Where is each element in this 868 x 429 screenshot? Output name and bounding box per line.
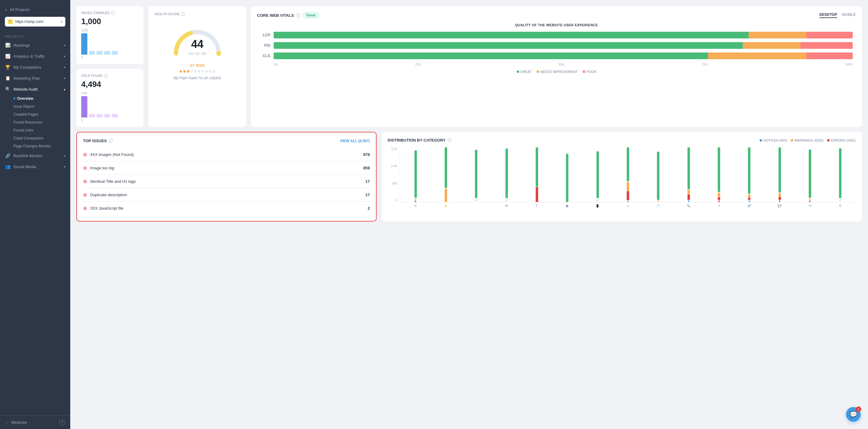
yellow-bar (778, 193, 781, 197)
x-axis: 0%25%50%75%100% (274, 63, 853, 66)
sub-nav-crawled-pages[interactable]: Crawled Pages (13, 110, 70, 119)
chevron-icon: ▾ (64, 154, 65, 158)
sub-nav-issue-report[interactable]: Issue Report (13, 102, 70, 110)
social-icon: 👥 (5, 164, 10, 169)
red-bar (778, 197, 781, 200)
red-bar (748, 198, 750, 200)
dist-col-1 (401, 147, 430, 202)
cwv-legend: GREAT NEEDS IMPROVEMENT POOR (260, 70, 853, 73)
warnings-legend: WARNINGS (4283) (791, 138, 824, 142)
issues-title: TOP ISSUES i (83, 138, 113, 143)
pages-crawled-card: PAGES CRAWLED i 1,000 1200 0 (76, 6, 144, 64)
bottom-row: TOP ISSUES i VIEW ALL (6,567) ⊗ 4XX imag… (76, 132, 862, 222)
blue-dot (688, 200, 689, 202)
project-selector[interactable]: ✏️ https://ramp.com/ ▾ (5, 17, 65, 27)
sub-nav-found-resources[interactable]: Found Resources (13, 119, 70, 126)
rankings-label: Rankings (13, 43, 30, 47)
help-button[interactable]: ? (59, 419, 65, 425)
chat-button[interactable]: 💬 1 (846, 407, 861, 422)
lcp-label: LCP: (260, 33, 271, 37)
better-than-text: BETTER THAN 7% OF USERS (174, 76, 221, 80)
sub-nav-page-changes[interactable]: Page Changes Monitor (13, 142, 70, 150)
green-bar (839, 148, 841, 198)
issues-info-icon[interactable]: i (109, 139, 113, 143)
green-bar (475, 150, 477, 198)
gauge-container: 44 OUT OF 100 (170, 20, 225, 60)
found-resources-label: Found Resources (13, 120, 42, 125)
cwv-info-icon[interactable]: i (296, 13, 300, 18)
audit-icon: 🔍 (5, 87, 10, 92)
green-bar (687, 147, 690, 189)
health-info-icon[interactable]: i (181, 12, 185, 16)
checkmark: ✓ (839, 199, 842, 202)
dist-title: DISTRIBUTION BY CATEGORY i (388, 138, 452, 142)
vitals-chart: LCP: FID: CLS: 0%25%50%75%100 (257, 32, 856, 73)
green-bar (414, 151, 417, 198)
dist-icon-3 (462, 204, 490, 208)
page-changes-label: Page Changes Monitor (13, 144, 51, 148)
dist-col-6 (553, 147, 582, 202)
tab-mobile[interactable]: MOBILE (842, 12, 856, 18)
error-icon-2: ⊗ (83, 165, 87, 171)
dist-icon-10: 🔍 (674, 204, 703, 208)
chat-badge: 1 (856, 406, 861, 412)
all-projects-link[interactable]: ⌂ All Projects (5, 5, 65, 14)
dist-info-icon[interactable]: i (447, 138, 452, 142)
top-issues-card: TOP ISSUES i VIEW ALL (6,567) ⊗ 4XX imag… (76, 132, 377, 222)
dist-header: DISTRIBUTION BY CATEGORY i NOTICES (403)… (388, 138, 856, 142)
info-icon[interactable]: i (111, 11, 115, 15)
info-icon[interactable]: i (104, 74, 108, 78)
errors-legend: ERRORS (1881) (827, 138, 856, 142)
red-dot (809, 200, 811, 202)
sidebar: ⌂ All Projects ✏️ https://ramp.com/ ▾ PR… (0, 0, 70, 429)
found-links-label: Found Links (13, 128, 33, 132)
error-icon-4: ⊗ (83, 192, 87, 198)
sub-nav-overview[interactable]: Overview (13, 95, 70, 102)
issue-row-2: ⊗ Image too big 859 (83, 161, 370, 175)
legend-great: GREAT (517, 70, 532, 73)
issue-row-5: ⊗ 3XX JavaScript file 2 (83, 202, 370, 215)
blue-dot (627, 201, 629, 202)
yellow-bar (718, 193, 720, 197)
competitors-label: My Competitors (13, 65, 41, 70)
cwv-tabs: DESKTOP MOBILE (819, 12, 856, 18)
view-all-link[interactable]: VIEW ALL (6,567) (340, 139, 370, 143)
dist-x-icons: ⊙⚡⇄T▣📱〜📄🔍↗🔗💬⟲Ū (400, 202, 856, 208)
lcp-bar (274, 32, 853, 38)
sidebar-item-competitors[interactable]: 🏆 My Competitors ▾ (0, 62, 70, 73)
sidebar-item-backlink[interactable]: 🔗 Backlink Monitor ▾ (0, 150, 70, 161)
dist-chart-area: 3.2K 2.4K 805 0 ✓✓✓✓ ⊙⚡⇄T▣📱〜📄🔍↗🔗💬⟲Ū (388, 147, 856, 208)
sub-nav-crawl-comparison[interactable]: Crawl Comparison (13, 134, 70, 142)
cls-label: CLS: (260, 54, 271, 58)
urls-found-label: URLS FOUND i (81, 74, 139, 78)
pages-crawled-label: PAGES CRAWLED i (81, 11, 139, 15)
minimize-button[interactable]: ← Minimize (5, 420, 27, 425)
sidebar-item-audit[interactable]: 🔍 Website Audit ▴ (0, 84, 70, 95)
backlink-label: Backlink Monitor (13, 154, 42, 158)
projects-section-label: PROJECTS (0, 31, 70, 40)
sidebar-item-rankings[interactable]: 📊 Rankings ▾ (0, 40, 70, 51)
sub-nav-found-links[interactable]: Found Links (13, 126, 70, 134)
sidebar-item-analytics[interactable]: 📈 Analytics & Traffic ▾ (0, 51, 70, 62)
cwv-header: CORE WEB VITALS i Great DESKTOP MOBILE (257, 12, 856, 18)
checkmark: ✓ (596, 199, 599, 202)
tab-desktop[interactable]: DESKTOP (819, 12, 837, 18)
issue-count-5: 2 (368, 206, 370, 210)
sidebar-item-marketing[interactable]: 📋 Marketing Plan ▾ (0, 73, 70, 84)
issue-count-3: 17 (366, 179, 370, 184)
green-bar (445, 147, 447, 188)
gauge-dots (180, 70, 215, 73)
dist-col-7: ✓ (583, 147, 612, 202)
sidebar-item-social[interactable]: 👥 Social Media ▾ (0, 161, 70, 172)
cwv-title-group: CORE WEB VITALS i Great (257, 12, 319, 18)
yellow-dot (415, 198, 416, 200)
chevron-icon: ▾ (64, 55, 65, 58)
health-score-label: HEALTH SCORE i (155, 12, 185, 16)
dist-icon-13: 💬 (765, 204, 794, 208)
green-bar (505, 148, 508, 198)
red-bar (536, 187, 538, 202)
green-bar (566, 154, 568, 202)
chevron-down-icon: ▾ (61, 20, 62, 24)
health-value: 44 (188, 38, 206, 51)
yellow-bar (687, 190, 690, 194)
